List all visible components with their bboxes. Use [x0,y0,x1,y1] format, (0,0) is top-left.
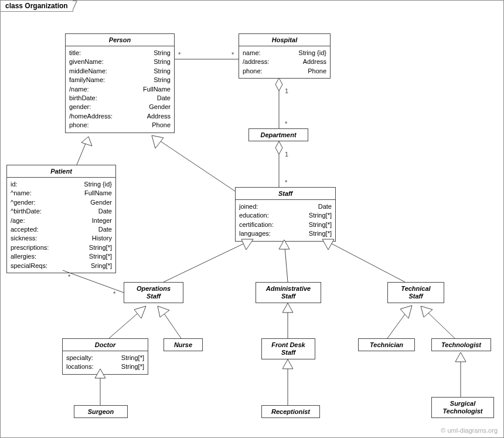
mult-label: 1 [285,151,288,158]
class-title: Surgeon [74,406,127,417]
class-administrative-staff: Administrative Staff [256,282,321,303]
class-receptionist: Receptionist [261,405,320,418]
mult-label: * [113,290,116,297]
svg-line-10 [164,242,247,282]
svg-marker-17 [134,306,146,318]
class-title: Doctor [63,339,148,351]
svg-line-18 [162,310,181,338]
class-attrs: id:String {id} ^name:FullName ^gender:Ge… [7,178,115,273]
svg-line-7 [159,140,235,191]
class-hospital: Hospital name:String {id} /address:Addre… [239,33,331,79]
class-department: Department [248,128,308,141]
svg-marker-23 [400,305,412,318]
svg-marker-25 [421,306,433,317]
class-attrs: title:String givenName:String middleName… [66,46,174,133]
class-title: Front Desk Staff [262,339,315,359]
class-attrs: joined:Date education:String[*] certific… [236,200,335,241]
class-title: Department [249,129,308,141]
class-doctor: Doctor specialty:String[*] locations:Str… [62,338,148,375]
svg-line-14 [329,242,405,282]
class-attrs: specialty:String[*] locations:String[*] [63,351,148,374]
class-title: Technical Staff [388,283,444,303]
svg-line-22 [387,310,408,338]
class-title: Nurse [164,339,202,351]
class-nurse: Nurse [164,338,203,351]
svg-marker-19 [158,306,169,317]
mult-label: 1 [285,87,288,94]
class-patient: Patient id:String {id} ^name:FullName ^g… [6,165,116,273]
class-title: Technologist [432,339,491,351]
class-title: Staff [236,188,335,200]
class-title: Patient [7,165,115,178]
svg-line-5 [77,137,88,165]
class-person: Person title:String givenName:String mid… [65,33,175,133]
class-operations-staff: Operations Staff [124,282,183,303]
class-staff: Staff joined:Date education:String[*] ce… [235,187,336,242]
svg-line-9 [63,270,124,293]
svg-marker-2 [275,78,282,91]
svg-line-24 [425,310,455,338]
mult-label: * [178,51,181,58]
class-title: Receptionist [262,406,319,417]
class-attrs: name:String {id} /address:Address phone:… [239,46,330,78]
class-technologist: Technologist [431,338,491,351]
svg-line-12 [285,247,288,282]
svg-marker-21 [282,303,293,313]
mult-label: * [231,51,234,58]
class-title: Operations Staff [124,283,183,303]
uml-frame: class Organization Person title:String g… [0,0,504,438]
svg-marker-8 [152,135,164,148]
class-title: Hospital [239,34,330,46]
class-technical-staff: Technical Staff [387,282,444,303]
svg-marker-31 [455,352,466,362]
class-surgeon: Surgeon [74,405,128,418]
watermark: © uml-diagrams.org [441,427,498,434]
mult-label: * [68,273,71,280]
class-title: Person [66,34,174,46]
class-surgical-technologist: Surgical Technologist [431,397,494,418]
svg-marker-4 [275,141,282,154]
class-title: Technician [359,339,414,351]
frame-label: class Organization [0,0,73,12]
class-title: Administrative Staff [256,283,321,303]
class-technician: Technician [358,338,415,351]
class-title: Surgical Technologist [432,398,493,417]
svg-line-16 [109,310,141,338]
mult-label: * [285,179,288,186]
mult-label: * [285,120,288,127]
svg-marker-6 [81,137,92,146]
svg-marker-29 [282,359,293,369]
class-frontdesk-staff: Front Desk Staff [261,338,315,359]
